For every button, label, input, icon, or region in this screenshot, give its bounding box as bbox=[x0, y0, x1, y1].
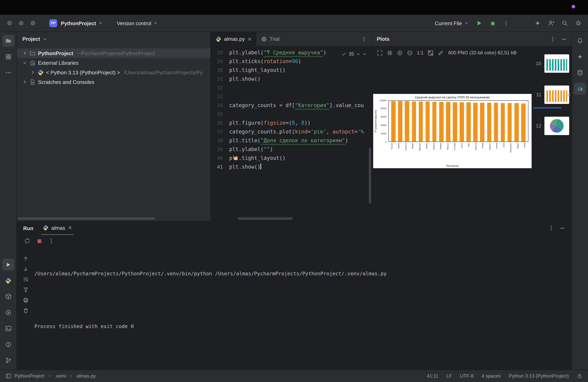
code-line[interactable]: 36plt.figure(figsize=(8, 8)) bbox=[211, 119, 372, 128]
code-line[interactable]: 29plt.xticks(rotation=90) bbox=[211, 57, 372, 66]
tool-ai-assistant-button[interactable] bbox=[574, 51, 586, 63]
breadcrumb-item[interactable]: almas.py bbox=[77, 373, 96, 379]
editor-tab-almas[interactable]: almas.py bbox=[211, 32, 256, 46]
tool-terminal-button[interactable] bbox=[2, 323, 14, 334]
minimize-icon[interactable] bbox=[560, 225, 565, 231]
code-line[interactable]: 41plt.show() bbox=[211, 163, 372, 172]
clear-all-trash-icon[interactable] bbox=[22, 308, 29, 314]
traffic-light-zoom[interactable] bbox=[30, 21, 35, 26]
code-line[interactable]: 40plt.tight_layout() bbox=[211, 154, 372, 163]
code-line[interactable]: 34category_counts = df["Категория"].valu… bbox=[211, 101, 372, 110]
plot-thumbnail-11[interactable]: 11 bbox=[532, 84, 572, 105]
editor-horizontal-scrollbar[interactable] bbox=[238, 217, 293, 220]
thumbnail-preview-bar-orange[interactable] bbox=[545, 86, 569, 104]
code-line[interactable]: 32 bbox=[211, 83, 372, 92]
code-line[interactable]: 30plt.tight_layout() bbox=[211, 66, 372, 75]
code-with-me-icon[interactable] bbox=[548, 20, 554, 26]
code-line[interactable]: 38plt.title("Доля сделок по категориям") bbox=[211, 136, 372, 145]
plot-image[interactable]: Средняя выручка на сделку (ТОП-20 менедж… bbox=[373, 94, 532, 168]
project-panel-header[interactable]: Project bbox=[17, 32, 210, 46]
editor-vertical-scrollbar[interactable] bbox=[369, 148, 371, 204]
zoom-in-icon[interactable] bbox=[397, 50, 403, 56]
tool-project-button[interactable] bbox=[2, 35, 14, 47]
run-tab-almas[interactable]: almas bbox=[42, 221, 74, 235]
zoom-out-icon[interactable] bbox=[407, 50, 413, 56]
edit-pencil-icon[interactable] bbox=[437, 50, 443, 56]
code-line[interactable]: 35 bbox=[211, 110, 372, 119]
vcs-widget[interactable]: Version control bbox=[117, 20, 158, 26]
ai-assistant-icon[interactable] bbox=[534, 20, 541, 26]
tool-packages-button[interactable] bbox=[2, 290, 14, 303]
search-everywhere-icon[interactable] bbox=[562, 20, 568, 26]
line-separator-widget[interactable]: LF bbox=[446, 373, 452, 379]
interpreter-widget[interactable]: Python 3.13 (PythonProject) bbox=[509, 373, 569, 379]
code-area[interactable]: 28plt.ylabel("₸ Средняя выручка")29plt.x… bbox=[211, 46, 372, 221]
close-icon[interactable] bbox=[248, 37, 252, 41]
transparency-checker-icon[interactable] bbox=[427, 50, 433, 56]
caret-position-widget[interactable]: 41:11 bbox=[427, 373, 438, 379]
plot-thumbnail-12[interactable]: 12 bbox=[532, 115, 572, 136]
chevron-right-icon[interactable] bbox=[22, 51, 27, 56]
print-icon[interactable] bbox=[22, 297, 29, 303]
tree-row-scratches[interactable]: Scratches and Consoles bbox=[17, 77, 210, 87]
run-configuration-selector[interactable]: Current File bbox=[435, 20, 469, 26]
run-options-kebab[interactable] bbox=[548, 225, 554, 231]
tool-plots-button[interactable] bbox=[574, 83, 586, 95]
tool-structure-button[interactable] bbox=[2, 51, 14, 63]
tool-database-button[interactable] bbox=[574, 67, 586, 79]
chevron-right-icon[interactable] bbox=[30, 70, 35, 75]
tree-row-pythonproject[interactable]: PythonProject ~/PycharmProjects/PythonPr… bbox=[17, 48, 210, 58]
indent-widget[interactable]: 4 spaces bbox=[482, 373, 501, 379]
run-button[interactable] bbox=[476, 20, 483, 26]
editor-tab-trial[interactable]: Trial bbox=[256, 32, 284, 46]
project-widget[interactable]: PythonProject bbox=[61, 20, 103, 26]
thumbnail-preview-bar-teal[interactable] bbox=[545, 54, 569, 73]
close-icon[interactable] bbox=[68, 226, 72, 230]
lock-icon[interactable] bbox=[577, 373, 582, 379]
stop-icon[interactable] bbox=[36, 238, 42, 244]
project-horizontal-scrollbar[interactable] bbox=[18, 217, 155, 220]
close-icon[interactable] bbox=[567, 93, 571, 97]
code-line[interactable]: 39plt.ylabel("") bbox=[211, 145, 372, 154]
prev-problem-icon[interactable] bbox=[356, 52, 360, 56]
soft-wrap-icon[interactable] bbox=[22, 277, 29, 283]
chevron-down-icon[interactable] bbox=[22, 60, 27, 65]
rerun-icon[interactable] bbox=[24, 238, 30, 244]
tool-python-console-button[interactable] bbox=[2, 274, 14, 286]
plots-options-kebab[interactable] bbox=[550, 36, 556, 42]
debug-button[interactable] bbox=[490, 20, 496, 26]
scroll-to-end-icon[interactable] bbox=[22, 287, 29, 293]
code-line[interactable]: 37category_counts.plot(kind='pie', autop… bbox=[211, 128, 372, 136]
up-stacktrace-icon[interactable] bbox=[22, 256, 29, 262]
tree-row-python-interpreter[interactable]: < Python 3.13 (PythonProject) > /Users/a… bbox=[17, 68, 210, 77]
thumbnail-preview-pie[interactable] bbox=[545, 117, 569, 135]
chevron-right-icon[interactable] bbox=[22, 79, 27, 84]
run-console[interactable]: /Users/almas/PycharmProjects/PythonProje… bbox=[34, 247, 572, 370]
editor-tab-options[interactable] bbox=[357, 32, 372, 46]
traffic-light-minimize[interactable] bbox=[19, 21, 24, 26]
intention-bulb-dot[interactable] bbox=[234, 157, 238, 160]
inspection-widget[interactable]: 35 bbox=[341, 51, 367, 57]
code-line[interactable]: 31plt.show() bbox=[211, 75, 372, 83]
tool-services-button[interactable] bbox=[2, 306, 14, 319]
tool-version-control-button[interactable] bbox=[2, 354, 14, 366]
tool-notifications-button[interactable] bbox=[574, 35, 586, 47]
console-kebab-icon[interactable] bbox=[48, 238, 54, 244]
tree-row-external-libraries[interactable]: External Libraries bbox=[17, 58, 210, 68]
tool-more-button[interactable] bbox=[2, 67, 14, 79]
tool-run-button[interactable] bbox=[2, 259, 14, 270]
down-stacktrace-icon[interactable] bbox=[22, 266, 29, 272]
actual-size-grid-icon[interactable] bbox=[387, 50, 393, 56]
code-line[interactable]: 33 bbox=[211, 92, 372, 101]
fit-to-window-icon[interactable] bbox=[377, 50, 383, 56]
next-problem-icon[interactable] bbox=[362, 52, 367, 56]
breadcrumb-item[interactable]: .venv bbox=[55, 373, 66, 379]
tool-problems-button[interactable] bbox=[2, 339, 14, 350]
more-actions-kebab[interactable] bbox=[503, 20, 509, 26]
minimize-icon[interactable] bbox=[561, 36, 567, 42]
settings-gear-icon[interactable] bbox=[575, 20, 582, 26]
plot-thumbnail-10[interactable]: 10 bbox=[532, 53, 572, 74]
encoding-widget[interactable]: UTF-8 bbox=[460, 373, 474, 379]
window-layout-icon[interactable] bbox=[6, 373, 11, 379]
breadcrumb-item[interactable]: PythonProject bbox=[14, 373, 44, 379]
